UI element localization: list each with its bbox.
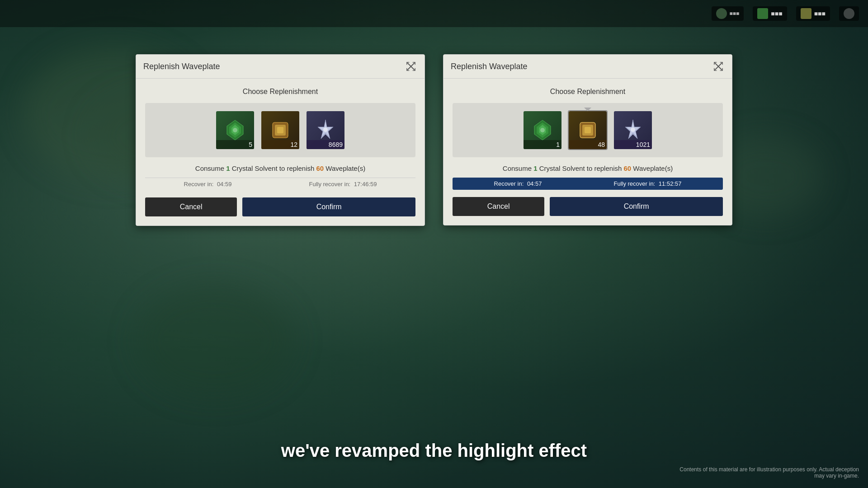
before-item-green[interactable]: 5 — [215, 110, 255, 150]
profile-icon — [716, 8, 727, 19]
after-item-green[interactable]: 1 — [523, 110, 562, 150]
svg-point-25 — [631, 127, 635, 132]
hud-profile: ■■■ — [712, 6, 744, 21]
before-items-area: 5 — [145, 103, 415, 157]
before-consume-waveplates: 60 — [316, 164, 324, 172]
after-items-area: 1 — [453, 103, 723, 157]
gold-gem-svg — [268, 118, 292, 142]
before-dialog-header: Replenish Waveplate — [136, 55, 425, 79]
before-confirm-button[interactable]: Confirm — [242, 197, 415, 216]
svg-rect-21 — [585, 127, 591, 133]
before-consume-amount: 1 — [226, 164, 230, 172]
hud-currency1: ■■■ — [753, 6, 787, 21]
after-close-button[interactable] — [712, 60, 725, 73]
before-star-count-value: 8689 — [329, 141, 343, 148]
before-item-star[interactable]: 8689 — [306, 110, 345, 150]
hud-currency1-value: ■■■ — [771, 10, 782, 17]
before-dialog-body: Choose Replenishment — [136, 79, 425, 225]
after-choose-label: Choose Replenishment — [453, 88, 723, 96]
before-gold-count-value: 12 — [290, 141, 297, 148]
before-recover-label-text: Recover in: — [184, 181, 214, 188]
after-consume-prefix: Consume — [503, 164, 533, 172]
before-close-button[interactable] — [405, 60, 417, 73]
before-consume-prefix: Consume — [195, 164, 226, 172]
before-dialog: Replenish Waveplate Choose Replenishment — [136, 54, 425, 226]
before-fully-recover-label-text: Fully recover in: — [309, 181, 350, 188]
after-cancel-button[interactable]: Cancel — [453, 197, 544, 216]
after-consume-text: Consume 1 Crystal Solvent to replenish 6… — [453, 164, 723, 172]
before-dialog-title: Replenish Waveplate — [143, 62, 220, 71]
after-confirm-button[interactable]: Confirm — [550, 197, 723, 216]
after-item-star[interactable]: 1021 — [613, 110, 653, 150]
after-green-count-value: 1 — [556, 141, 560, 148]
green-gem-svg — [223, 118, 247, 142]
after-close-icon — [713, 61, 723, 71]
currency2-icon — [801, 8, 811, 19]
before-choose-label: Choose Replenishment — [145, 88, 415, 96]
after-dialog-title: Replenish Waveplate — [451, 62, 527, 71]
hud-level: ■■■ — [730, 10, 740, 17]
after-consume-amount: 1 — [533, 164, 537, 172]
star-gem-svg — [313, 118, 338, 142]
after-dialog-buttons: Cancel Confirm — [453, 192, 723, 216]
after-gold-count-value: 48 — [598, 141, 605, 148]
after-recover-label-text: Recover in: — [494, 180, 524, 187]
after-star-count: 1021 — [614, 140, 652, 149]
currency1-icon — [757, 8, 768, 19]
after-dialog: Replenish Waveplate Choose Replenishment — [443, 54, 732, 225]
after-dialog-body: Choose Replenishment — [443, 79, 732, 225]
before-recover-time: 04:59 — [217, 181, 232, 188]
subtitle: we've revamped the highlight effect — [0, 441, 868, 461]
after-recover-label: Recover in: 04:57 — [494, 180, 542, 187]
before-consume-suffix: Waveplate(s) — [324, 164, 365, 172]
svg-point-18 — [540, 128, 545, 132]
after-consume-item: Crystal Solvent to replenish — [538, 164, 624, 172]
before-item-gold[interactable]: 12 — [260, 110, 300, 150]
after-star-gem-svg — [621, 118, 645, 142]
before-recovery-info: Recover in: 04:59 Fully recover in: 17:4… — [145, 178, 415, 190]
after-green-count: 1 — [524, 140, 561, 149]
before-consume-item: Crystal Solvent to replenish — [230, 164, 316, 172]
before-star-count: 8689 — [307, 140, 344, 149]
hud-settings[interactable] — [839, 6, 859, 21]
before-fully-recover-label: Fully recover in: 17:46:59 — [309, 181, 377, 188]
disclaimer: Contents of this material are for illust… — [678, 466, 859, 479]
top-hud: ■■■ ■■■ ■■■ — [0, 0, 868, 27]
after-star-count-value: 1021 — [636, 141, 650, 148]
hud-currency2-value: ■■■ — [814, 10, 826, 17]
after-consume-suffix: Waveplate(s) — [631, 164, 673, 172]
after-fully-recover-label-text: Fully recover in: — [613, 180, 655, 187]
before-cancel-button[interactable]: Cancel — [145, 197, 237, 216]
after-gold-count: 48 — [569, 140, 607, 149]
svg-point-12 — [323, 127, 328, 132]
before-gold-count: 12 — [261, 140, 299, 149]
after-dialog-header: Replenish Waveplate — [443, 55, 732, 79]
before-green-count: 5 — [216, 140, 254, 149]
hud-currency2: ■■■ — [796, 6, 830, 21]
svg-point-5 — [233, 128, 237, 132]
after-green-gem-svg — [530, 118, 555, 142]
svg-rect-8 — [277, 127, 283, 133]
after-fully-recover-time: 11:52:57 — [659, 180, 682, 187]
before-dialog-buttons: Cancel Confirm — [145, 192, 415, 216]
settings-icon — [844, 8, 854, 19]
before-recover-label: Recover in: 04:59 — [184, 181, 232, 188]
before-green-count-value: 5 — [249, 141, 252, 148]
before-consume-text: Consume 1 Crystal Solvent to replenish 6… — [145, 164, 415, 172]
after-gold-gem-svg — [576, 118, 600, 142]
before-fully-recover-time: 17:46:59 — [354, 181, 377, 188]
terrain-4 — [136, 285, 294, 398]
after-consume-waveplates: 60 — [623, 164, 631, 172]
after-fully-recover-label: Fully recover in: 11:52:57 — [613, 180, 681, 187]
before-close-icon — [406, 61, 416, 71]
after-item-gold[interactable]: 48 — [568, 110, 608, 150]
after-recover-time: 04:57 — [527, 180, 542, 187]
after-recovery-info: Recover in: 04:57 Fully recover in: 11:5… — [453, 178, 723, 190]
